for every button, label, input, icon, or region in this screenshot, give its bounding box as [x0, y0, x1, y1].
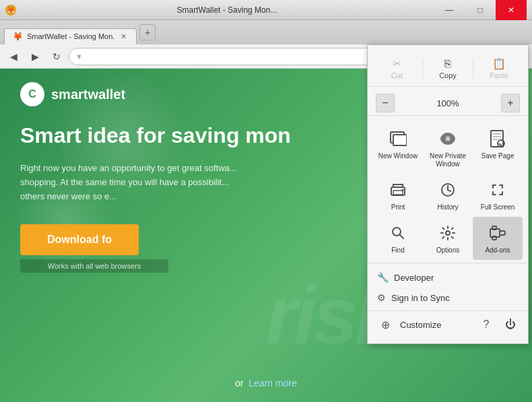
history-button[interactable]: History [423, 174, 473, 217]
learn-more-link[interactable]: Learn more [248, 378, 297, 389]
tab-label: SmartWallet - Saving Mon... [27, 32, 114, 40]
browser-icon: 🦊 [5, 5, 16, 15]
learn-more-area: or Learn more [235, 378, 297, 389]
forward-button[interactable]: ▶ [26, 47, 44, 66]
logo-icon: C [20, 82, 44, 106]
find-icon [387, 222, 409, 244]
options-icon [437, 222, 459, 244]
svg-rect-17 [492, 226, 496, 230]
copy-icon: ⎘ [444, 58, 451, 70]
zoom-in-button[interactable]: + [501, 94, 520, 112]
svg-point-11 [402, 189, 404, 191]
cut-button[interactable]: ✂ Cut [380, 55, 413, 82]
private-window-button[interactable]: New Private Window [423, 123, 473, 174]
svg-rect-1 [393, 135, 407, 145]
url-bar-wrapper: ▼ ↻ [69, 48, 408, 65]
title-bar: 🦊 SmartWallet - Saving Mon... — □ ✕ [0, 0, 532, 20]
svg-point-15 [446, 231, 450, 235]
addons-icon [487, 222, 508, 244]
menu-footer: ⊕ Customize ? ⏻ [368, 310, 528, 338]
cta-section: Download fo Works with all web browsers [20, 224, 384, 273]
download-button[interactable]: Download fo [20, 224, 139, 255]
cut-icon: ✂ [393, 57, 401, 70]
back-button[interactable]: ◀ [4, 47, 23, 66]
fullscreen-icon [487, 179, 508, 201]
logo-text: smartwallet [51, 87, 125, 102]
close-button[interactable]: ✕ [496, 0, 527, 20]
zoom-row: − 100% + [368, 91, 528, 116]
help-button[interactable]: ? [477, 315, 496, 334]
minimize-button[interactable]: — [434, 0, 465, 20]
customize-label[interactable]: Customize [400, 320, 441, 330]
svg-rect-4 [491, 131, 503, 147]
save-page-label: Save Page [481, 152, 514, 160]
tab-bar: 🦊 SmartWallet - Saving Mon... ✕ + [0, 20, 532, 44]
tab-close-button[interactable]: ✕ [119, 32, 128, 41]
new-window-label: New Window [378, 152, 418, 160]
print-icon [387, 179, 409, 201]
new-window-icon [387, 128, 409, 149]
developer-icon: 🔧 [377, 272, 389, 283]
find-label: Find [391, 246, 404, 255]
clipboard-row: ✂ Cut ⎘ Copy 📋 Paste [368, 51, 528, 87]
new-tab-button[interactable]: + [139, 24, 156, 40]
new-window-button[interactable]: New Window [373, 123, 423, 174]
svg-point-3 [446, 137, 449, 140]
print-label: Print [391, 203, 405, 211]
svg-line-14 [400, 235, 404, 239]
private-window-icon [437, 128, 459, 149]
browser-menu: ✂ Cut ⎘ Copy 📋 Paste − 100% + New Window [367, 44, 529, 344]
hero-section: Smart idea for saving mon Right now you … [20, 123, 384, 273]
private-window-label: New Private Window [426, 152, 470, 168]
addons-label: Add-ons [485, 246, 510, 255]
history-label: History [437, 203, 458, 211]
customize-plus-icon: ⊕ [376, 315, 395, 334]
options-label: Options [436, 246, 459, 255]
active-tab[interactable]: 🦊 SmartWallet - Saving Mon... ✕ [4, 28, 137, 44]
svg-rect-18 [492, 236, 496, 240]
paste-icon: 📋 [492, 57, 506, 70]
zoom-value: 100% [401, 98, 494, 108]
history-icon [437, 179, 459, 201]
hero-body: Right now you have an opportunity to get… [20, 162, 384, 203]
hero-headline: Smart idea for saving mon [20, 123, 384, 148]
svg-rect-10 [393, 191, 403, 195]
save-page-icon [487, 128, 508, 149]
fullscreen-label: Full Screen [481, 203, 515, 211]
addons-button[interactable]: Add-ons [473, 217, 523, 260]
quit-button[interactable]: ⏻ [501, 315, 520, 334]
print-button[interactable]: Print [373, 174, 423, 217]
copy-button[interactable]: ⎘ Copy [431, 55, 465, 82]
page-title: SmartWallet - Saving Mon... [20, 5, 434, 15]
logo-area: C smartwallet [20, 82, 125, 106]
menu-grid: New Window New Private Window Save Page … [368, 120, 528, 263]
save-page-button[interactable]: Save Page [473, 123, 523, 174]
window-controls: — □ ✕ [434, 0, 527, 20]
zoom-out-button[interactable]: − [376, 94, 395, 112]
developer-item[interactable]: 🔧 Developer [368, 267, 528, 288]
sync-icon: ⚙ [377, 292, 386, 303]
fullscreen-button[interactable]: Full Screen [473, 174, 523, 217]
maximize-button[interactable]: □ [465, 0, 496, 20]
works-with-text: Works with all web browsers [20, 259, 168, 273]
paste-button[interactable]: 📋 Paste [482, 55, 516, 82]
find-button[interactable]: Find [373, 217, 423, 260]
options-button[interactable]: Options [423, 217, 473, 260]
sign-in-item[interactable]: ⚙ Sign in to Sync [368, 288, 528, 308]
url-input[interactable] [69, 48, 408, 65]
refresh-button[interactable]: ↻ [47, 47, 66, 66]
